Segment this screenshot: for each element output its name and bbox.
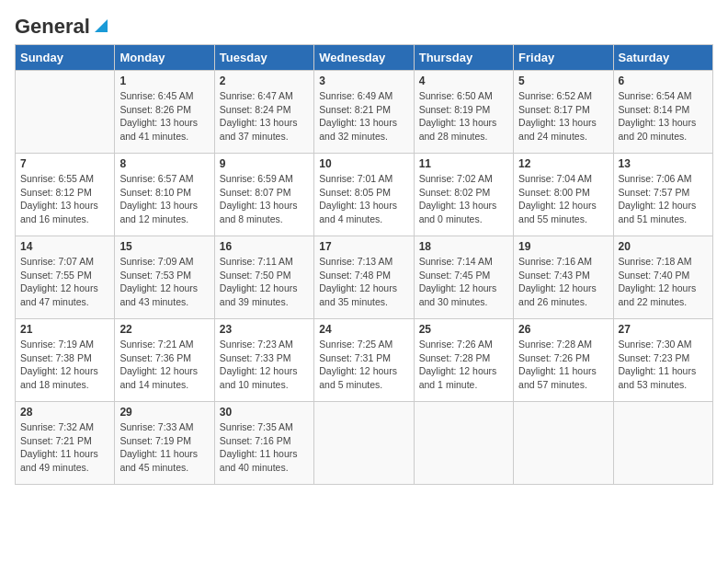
cell-details: Sunrise: 7:23 AM Sunset: 7:33 PM Dayligh…	[220, 338, 309, 392]
day-number: 20	[619, 240, 708, 253]
calendar-cell: 20Sunrise: 7:18 AM Sunset: 7:40 PM Dayli…	[613, 236, 712, 319]
day-number: 2	[220, 75, 309, 87]
calendar-cell: 17Sunrise: 7:13 AM Sunset: 7:48 PM Dayli…	[314, 236, 414, 319]
day-number: 6	[619, 75, 708, 87]
calendar-cell: 26Sunrise: 7:28 AM Sunset: 7:26 PM Dayli…	[514, 319, 613, 402]
cell-details: Sunrise: 6:59 AM Sunset: 8:07 PM Dayligh…	[220, 172, 309, 226]
cell-details: Sunrise: 7:25 AM Sunset: 7:31 PM Dayligh…	[319, 338, 408, 392]
calendar-cell	[514, 402, 613, 485]
cell-details: Sunrise: 7:16 AM Sunset: 7:43 PM Dayligh…	[518, 255, 608, 309]
calendar-cell: 4Sunrise: 6:50 AM Sunset: 8:19 PM Daylig…	[414, 71, 513, 154]
cell-details: Sunrise: 6:57 AM Sunset: 8:10 PM Dayligh…	[119, 172, 209, 226]
calendar-cell: 30Sunrise: 7:35 AM Sunset: 7:16 PM Dayli…	[214, 402, 313, 485]
calendar-cell: 6Sunrise: 6:54 AM Sunset: 8:14 PM Daylig…	[613, 71, 712, 154]
cell-details: Sunrise: 7:09 AM Sunset: 7:53 PM Dayligh…	[119, 255, 209, 309]
cell-details: Sunrise: 6:55 AM Sunset: 8:12 PM Dayligh…	[20, 172, 109, 226]
day-number: 17	[319, 240, 408, 253]
day-number: 11	[419, 157, 508, 170]
cell-details: Sunrise: 7:14 AM Sunset: 7:45 PM Dayligh…	[419, 255, 508, 309]
day-number: 23	[220, 323, 309, 336]
col-header-saturday: Saturday	[613, 45, 712, 71]
calendar-cell: 22Sunrise: 7:21 AM Sunset: 7:36 PM Dayli…	[115, 319, 214, 402]
cell-details: Sunrise: 7:04 AM Sunset: 8:00 PM Dayligh…	[518, 172, 608, 226]
day-number: 27	[619, 323, 708, 336]
logo-arrow-icon	[93, 17, 109, 38]
calendar-cell: 2Sunrise: 6:47 AM Sunset: 8:24 PM Daylig…	[214, 71, 313, 154]
logo-general: General	[15, 15, 90, 39]
cell-details: Sunrise: 6:45 AM Sunset: 8:26 PM Dayligh…	[119, 89, 209, 144]
col-header-monday: Monday	[115, 45, 214, 71]
cell-details: Sunrise: 7:01 AM Sunset: 8:05 PM Dayligh…	[319, 172, 408, 226]
week-row-5: 28Sunrise: 7:32 AM Sunset: 7:21 PM Dayli…	[16, 402, 713, 485]
calendar-cell: 5Sunrise: 6:52 AM Sunset: 8:17 PM Daylig…	[514, 71, 613, 154]
calendar-cell: 3Sunrise: 6:49 AM Sunset: 8:21 PM Daylig…	[314, 71, 414, 154]
calendar-body: 1Sunrise: 6:45 AM Sunset: 8:26 PM Daylig…	[16, 71, 713, 485]
col-header-sunday: Sunday	[16, 45, 115, 71]
page-header: General	[15, 15, 713, 35]
day-number: 28	[20, 406, 109, 419]
calendar-cell: 7Sunrise: 6:55 AM Sunset: 8:12 PM Daylig…	[16, 154, 115, 236]
cell-details: Sunrise: 6:47 AM Sunset: 8:24 PM Dayligh…	[220, 89, 309, 144]
day-number: 22	[119, 323, 209, 336]
calendar-cell: 28Sunrise: 7:32 AM Sunset: 7:21 PM Dayli…	[16, 402, 115, 485]
cell-details: Sunrise: 7:30 AM Sunset: 7:23 PM Dayligh…	[619, 338, 708, 392]
calendar-cell: 9Sunrise: 6:59 AM Sunset: 8:07 PM Daylig…	[214, 154, 313, 236]
day-number: 16	[220, 240, 309, 253]
cell-details: Sunrise: 7:21 AM Sunset: 7:36 PM Dayligh…	[119, 338, 209, 392]
day-number: 13	[619, 157, 708, 170]
col-header-friday: Friday	[514, 45, 613, 71]
svg-marker-0	[95, 19, 108, 32]
col-header-tuesday: Tuesday	[214, 45, 313, 71]
calendar-cell: 16Sunrise: 7:11 AM Sunset: 7:50 PM Dayli…	[214, 236, 313, 319]
header-row: SundayMondayTuesdayWednesdayThursdayFrid…	[16, 45, 713, 71]
cell-details: Sunrise: 7:35 AM Sunset: 7:16 PM Dayligh…	[220, 420, 309, 475]
calendar-header: SundayMondayTuesdayWednesdayThursdayFrid…	[16, 45, 713, 71]
cell-details: Sunrise: 6:49 AM Sunset: 8:21 PM Dayligh…	[319, 89, 408, 144]
cell-details: Sunrise: 6:50 AM Sunset: 8:19 PM Dayligh…	[419, 89, 508, 144]
calendar-cell: 29Sunrise: 7:33 AM Sunset: 7:19 PM Dayli…	[115, 402, 214, 485]
calendar-cell: 12Sunrise: 7:04 AM Sunset: 8:00 PM Dayli…	[514, 154, 613, 236]
day-number: 21	[20, 323, 109, 336]
calendar-cell: 23Sunrise: 7:23 AM Sunset: 7:33 PM Dayli…	[214, 319, 313, 402]
cell-details: Sunrise: 7:07 AM Sunset: 7:55 PM Dayligh…	[20, 255, 109, 309]
calendar-cell: 15Sunrise: 7:09 AM Sunset: 7:53 PM Dayli…	[115, 236, 214, 319]
day-number: 4	[419, 75, 508, 87]
day-number: 15	[119, 240, 209, 253]
calendar-cell: 1Sunrise: 6:45 AM Sunset: 8:26 PM Daylig…	[115, 71, 214, 154]
cell-details: Sunrise: 6:52 AM Sunset: 8:17 PM Dayligh…	[518, 89, 608, 144]
calendar-cell: 13Sunrise: 7:06 AM Sunset: 7:57 PM Dayli…	[613, 154, 712, 236]
cell-details: Sunrise: 6:54 AM Sunset: 8:14 PM Dayligh…	[619, 89, 708, 144]
cell-details: Sunrise: 7:26 AM Sunset: 7:28 PM Dayligh…	[419, 338, 508, 392]
day-number: 3	[319, 75, 408, 87]
day-number: 14	[20, 240, 109, 253]
day-number: 1	[119, 75, 209, 87]
cell-details: Sunrise: 7:28 AM Sunset: 7:26 PM Dayligh…	[518, 338, 608, 392]
week-row-3: 14Sunrise: 7:07 AM Sunset: 7:55 PM Dayli…	[16, 236, 713, 319]
logo: General	[15, 15, 109, 35]
calendar-table: SundayMondayTuesdayWednesdayThursdayFrid…	[15, 44, 713, 485]
calendar-cell	[16, 71, 115, 154]
col-header-thursday: Thursday	[414, 45, 513, 71]
day-number: 25	[419, 323, 508, 336]
day-number: 24	[319, 323, 408, 336]
calendar-cell: 27Sunrise: 7:30 AM Sunset: 7:23 PM Dayli…	[613, 319, 712, 402]
week-row-1: 1Sunrise: 6:45 AM Sunset: 8:26 PM Daylig…	[16, 71, 713, 154]
day-number: 18	[419, 240, 508, 253]
col-header-wednesday: Wednesday	[314, 45, 414, 71]
day-number: 10	[319, 157, 408, 170]
calendar-cell: 14Sunrise: 7:07 AM Sunset: 7:55 PM Dayli…	[16, 236, 115, 319]
cell-details: Sunrise: 7:02 AM Sunset: 8:02 PM Dayligh…	[419, 172, 508, 226]
week-row-4: 21Sunrise: 7:19 AM Sunset: 7:38 PM Dayli…	[16, 319, 713, 402]
calendar-cell: 25Sunrise: 7:26 AM Sunset: 7:28 PM Dayli…	[414, 319, 513, 402]
calendar-cell: 19Sunrise: 7:16 AM Sunset: 7:43 PM Dayli…	[514, 236, 613, 319]
day-number: 26	[518, 323, 608, 336]
cell-details: Sunrise: 7:11 AM Sunset: 7:50 PM Dayligh…	[220, 255, 309, 309]
calendar-cell	[314, 402, 414, 485]
day-number: 30	[220, 406, 309, 419]
cell-details: Sunrise: 7:33 AM Sunset: 7:19 PM Dayligh…	[119, 420, 209, 475]
cell-details: Sunrise: 7:18 AM Sunset: 7:40 PM Dayligh…	[619, 255, 708, 309]
calendar-cell: 8Sunrise: 6:57 AM Sunset: 8:10 PM Daylig…	[115, 154, 214, 236]
calendar-cell: 21Sunrise: 7:19 AM Sunset: 7:38 PM Dayli…	[16, 319, 115, 402]
calendar-cell: 24Sunrise: 7:25 AM Sunset: 7:31 PM Dayli…	[314, 319, 414, 402]
cell-details: Sunrise: 7:13 AM Sunset: 7:48 PM Dayligh…	[319, 255, 408, 309]
